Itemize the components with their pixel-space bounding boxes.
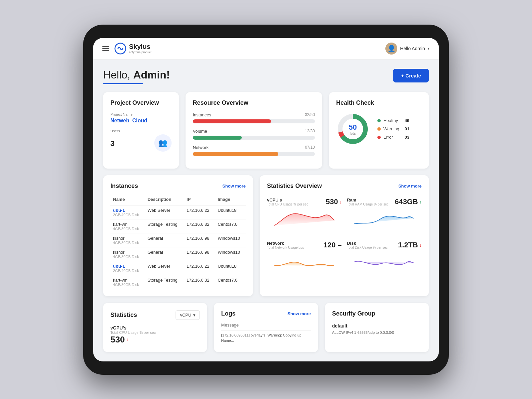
instance-link[interactable]: ubu-1 <box>113 208 125 213</box>
instances-header-row: Name Description IP Image <box>110 195 246 205</box>
greeting-prefix: Hello, <box>103 69 133 81</box>
instance-name: kishor <box>113 236 125 241</box>
create-button[interactable]: + Create <box>393 69 429 82</box>
instances-title: Instances <box>110 183 138 190</box>
instance-description: General <box>145 247 184 261</box>
legend-healthy: Healthy 46 <box>377 118 409 123</box>
instances-table: Name Description IP Image ubu-1 2GB/40GB… <box>110 195 246 289</box>
users-icon: 👥 <box>154 134 172 152</box>
greeting-name: Admin! <box>133 69 170 81</box>
resource-overview-title: Resource Overview <box>193 99 315 106</box>
stats-overview-header: Statistics Overview Show more <box>267 183 422 190</box>
stat-ram-sub: Total RAM Usage % per sec <box>347 202 388 206</box>
legend-error: Error 03 <box>377 135 409 140</box>
col-ip: IP <box>184 195 215 205</box>
statistics-overview-card: Statistics Overview Show more vCPU's Tot… <box>260 175 429 296</box>
stat-bottom-name: vCPU's <box>110 325 200 331</box>
security-rule: ALLOW IPv4 1-65535/udp to 0.0.0.0/0 <box>332 331 422 334</box>
healthy-label: Healthy <box>383 118 399 123</box>
col-name: Name <box>110 195 145 205</box>
security-item-name: default <box>332 323 422 329</box>
greeting-underline <box>103 83 143 84</box>
stats-overview-show-more[interactable]: Show more <box>398 184 422 189</box>
instance-sub: 4GB/80GB Disk <box>113 283 142 287</box>
health-legend: Healthy 46 Warning 01 Error <box>377 118 409 140</box>
resource-header-volume: Volume 12/30 <box>193 129 315 134</box>
instances-show-more[interactable]: Show more <box>222 184 246 189</box>
error-label: Error <box>383 135 399 140</box>
stat-ram-header: Ram Total RAM Usage % per sec 643GB ↑ <box>347 198 422 206</box>
stat-ram: Ram Total RAM Usage % per sec 643GB ↑ <box>347 195 422 233</box>
disk-arrow-down: ↓ <box>419 242 422 248</box>
resource-row-instances: Instances 32/50 <box>193 112 315 123</box>
bar-fill-instances <box>193 119 271 123</box>
instance-sub: 2GB/40GB Disk <box>113 269 142 273</box>
logo: Skylus a Tyrone product <box>114 43 151 55</box>
donut-label: 50 Total <box>349 123 357 135</box>
avatar: 👤 <box>385 43 397 55</box>
col-image: Image <box>215 195 246 205</box>
instance-name: kishor <box>113 250 125 255</box>
dropdown-value: vCPU <box>180 313 191 318</box>
vcpu-dropdown[interactable]: vCPU ▾ <box>176 310 200 320</box>
health-check-card: Health Check <box>329 92 429 169</box>
donut-chart: 50 Total <box>336 112 369 146</box>
instance-image: Ubuntu18 <box>215 205 246 219</box>
stats-overview-title: Statistics Overview <box>267 183 322 190</box>
instance-link[interactable]: ubu-1 <box>113 264 125 269</box>
statistics-bottom-card: Statistics vCPU ▾ vCPU's Total CPU Usage… <box>103 303 207 352</box>
logs-entry: [172.16.0895311] overlayfs: Warning: Cop… <box>221 332 311 343</box>
bar-fill-volume <box>193 136 242 140</box>
instance-description: Web Server <box>145 205 184 219</box>
instance-ip: 172.16.6.22 <box>184 261 215 275</box>
instance-name: kart-vm <box>113 222 127 227</box>
stat-network-name: Network <box>267 241 304 246</box>
instance-description: Storage Testing <box>145 275 184 289</box>
instance-ip: 172.16.6.32 <box>184 219 215 233</box>
users-count: 3 <box>110 139 114 148</box>
bar-bg-volume <box>193 136 315 140</box>
instance-name: kart-vm <box>113 278 127 283</box>
network-chart <box>267 252 342 272</box>
instance-ip: 172.16.6.32 <box>184 275 215 289</box>
health-content: 50 Total Healthy 46 <box>336 112 422 146</box>
vcpu-chart <box>267 209 342 229</box>
stat-network: Network Total Network Usage bps 120 – <box>267 238 342 276</box>
warning-count: 01 <box>405 126 409 131</box>
instance-image: Windows10 <box>215 233 246 247</box>
healthy-dot <box>377 119 381 122</box>
stat-vcpu: vCPU's Total CPU Usage % per sec 530 ↓ <box>267 195 342 233</box>
instances-card: Instances Show more Name Description IP … <box>103 175 253 296</box>
stat-vcpu-name: vCPU's <box>267 198 308 202</box>
users-label: Users <box>110 129 172 133</box>
logs-show-more[interactable]: Show more <box>288 311 311 316</box>
col-description: Description <box>145 195 184 205</box>
menu-button[interactable] <box>102 46 109 51</box>
vcpu-arrow-down: ↓ <box>339 199 341 204</box>
stat-network-info: Network Total Network Usage bps <box>267 241 304 249</box>
instance-description: Storage Testing <box>145 219 184 233</box>
project-name-value: Netweb_Cloud <box>110 118 172 124</box>
device-screen: Skylus a Tyrone product 👤 Hello Admin ▾ <box>93 38 439 361</box>
instances-thead: Name Description IP Image <box>110 195 246 205</box>
stats-grid: vCPU's Total CPU Usage % per sec 530 ↓ <box>267 195 422 276</box>
stat-bottom-arrow: ↓ <box>126 337 128 342</box>
health-check-title: Health Check <box>336 99 422 106</box>
stat-vcpu-info: vCPU's Total CPU Usage % per sec <box>267 198 308 206</box>
instance-image: Centos7.6 <box>215 219 246 233</box>
instance-ip: 172.16.6.98 <box>184 247 215 261</box>
stat-ram-info: Ram Total RAM Usage % per sec <box>347 198 388 206</box>
ram-arrow-up: ↑ <box>419 199 422 204</box>
warning-label: Warning <box>383 126 399 131</box>
chevron-down-icon[interactable]: ▾ <box>428 46 430 51</box>
instance-name-cell: kart-vm 4GB/80GB Disk <box>110 219 145 233</box>
resource-header-network: Network 07/10 <box>193 145 315 150</box>
stats-bottom-title: Statistics <box>110 312 137 319</box>
logs-card: Logs Show more Message [172.16.0895311] … <box>214 303 318 352</box>
cards-row-1: Project Overview Project Name Netweb_Clo… <box>103 92 429 169</box>
instance-name-cell: kart-vm 4GB/80GB Disk <box>110 275 145 289</box>
header: Skylus a Tyrone product 👤 Hello Admin ▾ <box>93 38 439 60</box>
instance-name-cell: kishor 4GB/80GB Disk <box>110 233 145 247</box>
instance-image: Ubuntu18 <box>215 261 246 275</box>
stat-disk-name: Disk <box>347 241 387 246</box>
